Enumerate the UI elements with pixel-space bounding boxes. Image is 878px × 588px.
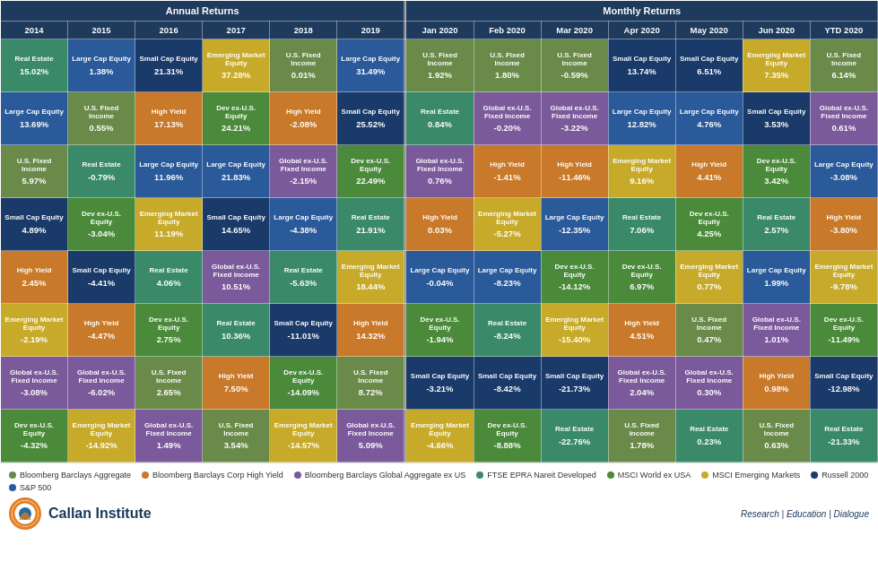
cell-4-12: Emerging Market Equity-9.78% xyxy=(810,251,877,304)
cell-5-7: Real Estate-8.24% xyxy=(474,304,541,357)
cell-2-11: Dev ex-U.S. Equity3.42% xyxy=(743,145,810,198)
cell-2-1: Real Estate-0.79% xyxy=(68,145,135,198)
cell-4-0: High Yield2.45% xyxy=(1,251,68,304)
cell-1-5: Small Cap Equity25.52% xyxy=(337,92,404,145)
cell-2-4: Global ex-U.S. Fixed Income-2.15% xyxy=(270,145,337,198)
col-header-2018: 2018 xyxy=(270,22,337,39)
logo-name: Callan Institute xyxy=(48,506,152,522)
cell-5-2: Dev ex-U.S. Equity2.75% xyxy=(135,304,203,357)
cell-1-8: Global ex-U.S. Fixed Income-3.22% xyxy=(541,92,608,145)
cell-7-1: Emerging Market Equity-14.92% xyxy=(68,410,135,463)
legend: Bloomberg Barclays AggregateBloomberg Ba… xyxy=(9,471,869,492)
cell-1-7: Global ex-U.S. Fixed Income-0.20% xyxy=(474,92,541,145)
cell-5-12: Dev ex-U.S. Equity-11.49% xyxy=(810,304,877,357)
cell-4-4: Real Estate-5.63% xyxy=(270,251,337,304)
legend-item: Russell 2000 xyxy=(811,471,868,480)
cell-4-3: Global ex-U.S. Fixed Income10.51% xyxy=(203,251,270,304)
cell-2-8: High Yield-11.46% xyxy=(541,145,608,198)
cell-4-10: Emerging Market Equity0.77% xyxy=(675,251,743,304)
cell-4-9: Dev ex-U.S. Equity6.97% xyxy=(608,251,675,304)
legend-label: S&P 500 xyxy=(20,483,51,492)
legend-item: MSCI World ex USA xyxy=(607,471,691,480)
cell-7-12: Real Estate-21.33% xyxy=(810,410,877,463)
cell-2-3: Large Cap Equity21.83% xyxy=(203,145,270,198)
cell-4-11: Large Cap Equity1.99% xyxy=(743,251,810,304)
cell-0-1: Large Cap Equity1.38% xyxy=(68,39,135,92)
table-row: High Yield2.45%Small Cap Equity-4.41%Rea… xyxy=(1,251,878,304)
col-header-2019: 2019 xyxy=(337,22,404,39)
legend-dot xyxy=(701,471,708,479)
footer: Bloomberg Barclays AggregateBloomberg Ba… xyxy=(0,463,878,533)
cell-1-4: High Yield-2.08% xyxy=(270,92,337,145)
col-header-Feb-2020: Feb 2020 xyxy=(474,22,541,39)
cell-6-12: Small Cap Equity-12.98% xyxy=(810,357,877,410)
cell-6-1: Global ex-U.S. Fixed Income-6.02% xyxy=(68,357,135,410)
cell-0-11: Emerging Market Equity7.35% xyxy=(743,39,810,92)
legend-item: S&P 500 xyxy=(9,483,51,492)
cell-5-4: Small Cap Equity-11.01% xyxy=(270,304,337,357)
monthly-returns-header: Monthly Returns xyxy=(406,1,878,22)
cell-7-8: Real Estate-22.76% xyxy=(541,410,608,463)
monthly-label: Monthly Returns xyxy=(603,5,681,16)
cell-3-10: Dev ex-U.S. Equity4.25% xyxy=(675,198,743,251)
cell-5-9: High Yield4.51% xyxy=(608,304,675,357)
table-row: Large Cap Equity13.69%U.S. Fixed Income0… xyxy=(1,92,878,145)
table-wrap: Annual Returns Monthly Returns 201420152… xyxy=(0,0,878,463)
col-header-2017: 2017 xyxy=(203,22,270,39)
cell-3-12: High Yield-3.80% xyxy=(810,198,877,251)
cell-5-0: Emerging Market Equity-2.19% xyxy=(1,304,68,357)
cell-1-12: Global ex-U.S. Fixed Income0.61% xyxy=(810,92,877,145)
cell-1-11: Small Cap Equity3.53% xyxy=(743,92,810,145)
cell-2-2: Large Cap Equity11.96% xyxy=(135,145,203,198)
cell-1-2: High Yield17.13% xyxy=(135,92,203,145)
cell-0-0: Real Estate15.02% xyxy=(1,39,68,92)
cell-6-9: Global ex-U.S. Fixed Income2.04% xyxy=(608,357,675,410)
cell-7-3: U.S. Fixed Income3.54% xyxy=(203,410,270,463)
cell-6-7: Small Cap Equity-8.42% xyxy=(474,357,541,410)
cell-6-2: U.S. Fixed Income2.65% xyxy=(135,357,203,410)
cell-0-7: U.S. Fixed Income1.80% xyxy=(474,39,541,92)
tagline: Research | Education | Dialogue xyxy=(741,509,869,519)
table-row: Real Estate15.02%Large Cap Equity1.38%Sm… xyxy=(1,39,878,92)
cell-7-7: Dev ex-U.S. Equity-8.88% xyxy=(474,410,541,463)
cell-2-9: Emerging Market Equity9.16% xyxy=(608,145,675,198)
legend-dot xyxy=(476,471,483,479)
cell-6-10: Global ex-U.S. Fixed Income0.30% xyxy=(675,357,743,410)
legend-item: Bloomberg Barclays Global Aggregate ex U… xyxy=(294,471,466,480)
bottom-bar: Callan Institute Research | Education | … xyxy=(9,497,869,530)
cell-0-3: Emerging Market Equity37.28% xyxy=(203,39,270,92)
legend-label: MSCI World ex USA xyxy=(618,471,691,480)
cell-4-1: Small Cap Equity-4.41% xyxy=(68,251,135,304)
cell-3-11: Real Estate2.57% xyxy=(743,198,810,251)
cell-5-5: High Yield14.32% xyxy=(337,304,404,357)
cell-3-9: Real Estate7.06% xyxy=(608,198,675,251)
legend-label: Russell 2000 xyxy=(821,471,868,480)
logo-circle xyxy=(9,497,41,530)
cell-3-0: Small Cap Equity4.89% xyxy=(1,198,68,251)
legend-dot xyxy=(607,471,614,479)
legend-item: Bloomberg Barclays Corp High Yield xyxy=(142,471,283,480)
table-row: U.S. Fixed Income5.97%Real Estate-0.79%L… xyxy=(1,145,878,198)
cell-4-6: Large Cap Equity-0.04% xyxy=(406,251,474,304)
col-header-2016: 2016 xyxy=(135,22,203,39)
legend-label: MSCI Emerging Markets xyxy=(712,471,800,480)
cell-2-7: High Yield-1.41% xyxy=(474,145,541,198)
cell-0-6: U.S. Fixed Income1.92% xyxy=(406,39,474,92)
cell-7-9: U.S. Fixed Income1.78% xyxy=(608,410,675,463)
cell-7-11: U.S. Fixed Income0.63% xyxy=(743,410,810,463)
cell-1-9: Large Cap Equity12.82% xyxy=(608,92,675,145)
cell-7-4: Emerging Market Equity-14.57% xyxy=(270,410,337,463)
col-header-2015: 2015 xyxy=(68,22,135,39)
cell-0-12: U.S. Fixed Income6.14% xyxy=(810,39,877,92)
legend-dot xyxy=(9,471,16,479)
cell-6-0: Global ex-U.S. Fixed Income-3.08% xyxy=(1,357,68,410)
legend-label: Bloomberg Barclays Aggregate xyxy=(20,471,131,480)
cell-6-8: Small Cap Equity-21.73% xyxy=(541,357,608,410)
legend-dot xyxy=(9,484,16,491)
cell-6-3: High Yield7.50% xyxy=(203,357,270,410)
cell-1-10: Large Cap Equity4.76% xyxy=(675,92,743,145)
cell-3-8: Large Cap Equity-12.35% xyxy=(541,198,608,251)
cell-3-2: Emerging Market Equity11.19% xyxy=(135,198,203,251)
cell-0-4: U.S. Fixed Income0.01% xyxy=(270,39,337,92)
cell-7-0: Dev ex-U.S. Equity-4.32% xyxy=(1,410,68,463)
